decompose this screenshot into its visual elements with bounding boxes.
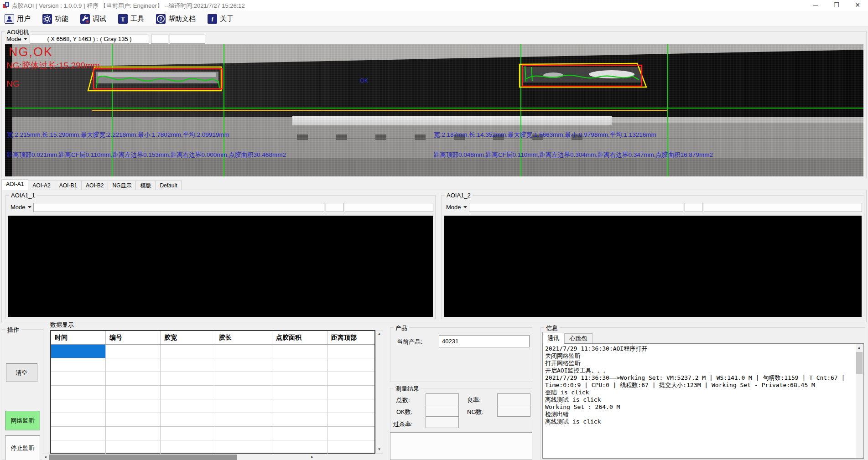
table-row[interactable] — [51, 413, 374, 427]
stop-listen-button[interactable]: 停止监听 — [5, 435, 40, 460]
column-header-distance-top[interactable]: 距离顶部 — [327, 331, 374, 344]
table-row[interactable] — [51, 345, 374, 358]
table-cell[interactable] — [51, 413, 106, 427]
log-vertical-scrollbar[interactable]: ▲ — [856, 344, 863, 459]
camera-field-3[interactable] — [170, 35, 205, 44]
column-header-time[interactable]: 时间 — [51, 331, 106, 344]
panel-left-field-1[interactable] — [33, 203, 324, 212]
tab-template[interactable]: 模版 — [136, 181, 156, 190]
table-cell[interactable] — [272, 413, 327, 427]
panel-left-field-3[interactable] — [345, 203, 433, 212]
table-cell[interactable] — [272, 399, 327, 413]
tab-heartbeat[interactable]: 心跳包 — [564, 333, 593, 344]
table-cell[interactable] — [327, 427, 374, 440]
table-cell[interactable] — [272, 372, 327, 386]
panel-right-field-1[interactable] — [469, 203, 683, 212]
table-cell[interactable] — [327, 399, 374, 413]
panel-right-mode-dropdown[interactable]: Mode — [444, 203, 469, 212]
table-row[interactable] — [51, 399, 374, 413]
column-header-id[interactable]: 编号 — [106, 331, 161, 344]
table-cell[interactable] — [51, 358, 106, 372]
minimize-icon[interactable]: ─ — [805, 0, 826, 11]
table-cell[interactable] — [161, 440, 215, 454]
table-row[interactable] — [51, 372, 374, 386]
tab-aoi-b2[interactable]: AOI-B2 — [82, 181, 108, 190]
panel-right-image-canvas[interactable] — [444, 216, 862, 317]
tab-aoi-b1[interactable]: AOI-B1 — [55, 181, 82, 190]
table-cell[interactable] — [51, 386, 106, 399]
tab-communication[interactable]: 通讯 — [542, 332, 564, 344]
table-horizontal-scrollbar[interactable]: ◄ ► — [42, 454, 316, 460]
table-cell[interactable] — [327, 440, 374, 454]
table-cell[interactable] — [272, 427, 327, 440]
network-listen-button[interactable]: 网络监听 — [5, 411, 40, 430]
toolbar-item-tools[interactable]: T 工具 — [118, 14, 144, 24]
current-product-input[interactable]: 40231 — [439, 335, 530, 347]
table-cell[interactable] — [327, 358, 374, 372]
table-cell[interactable] — [51, 427, 106, 440]
table-cell[interactable] — [215, 372, 272, 386]
table-cell[interactable] — [272, 386, 327, 399]
tab-aoi-a2[interactable]: AOI-A2 — [28, 181, 55, 190]
toolbar-item-help[interactable]: ? 帮助文档 — [156, 14, 196, 24]
table-cell[interactable] — [215, 386, 272, 399]
table-row[interactable] — [51, 358, 374, 372]
table-cell[interactable] — [161, 427, 215, 440]
table-cell[interactable] — [327, 413, 374, 427]
table-cell[interactable] — [106, 413, 161, 427]
panel-right-field-2[interactable] — [685, 203, 702, 212]
table-cell[interactable] — [106, 440, 161, 454]
panel-left-image-canvas[interactable] — [8, 216, 433, 317]
table-cell[interactable] — [106, 345, 161, 358]
table-row[interactable] — [51, 440, 374, 454]
table-cell-selected[interactable] — [51, 345, 106, 358]
scroll-left-icon[interactable]: ◄ — [42, 454, 49, 460]
table-cell[interactable] — [327, 372, 374, 386]
table-cell[interactable] — [327, 386, 374, 399]
table-row[interactable] — [51, 386, 374, 399]
table-cell[interactable] — [106, 399, 161, 413]
table-cell[interactable] — [51, 372, 106, 386]
clear-button[interactable]: 清空 — [6, 363, 37, 382]
hscroll-thumb[interactable] — [49, 455, 237, 460]
table-cell[interactable] — [161, 345, 215, 358]
scroll-down-icon[interactable]: ▼ — [376, 446, 383, 453]
scroll-up-icon[interactable]: ▲ — [376, 331, 383, 338]
camera-field-2[interactable] — [151, 35, 168, 44]
toolbar-item-about[interactable]: i 关于 — [208, 14, 234, 24]
table-cell[interactable] — [161, 399, 215, 413]
table-cell[interactable] — [215, 413, 272, 427]
table-cell[interactable] — [215, 345, 272, 358]
table-cell[interactable] — [272, 358, 327, 372]
tab-ng-display[interactable]: NG显示 — [108, 181, 136, 190]
log-scroll-thumb[interactable] — [856, 352, 863, 374]
close-icon[interactable]: ✕ — [847, 0, 868, 11]
table-cell[interactable] — [215, 427, 272, 440]
column-header-glue-width[interactable]: 胶宽 — [161, 331, 215, 344]
tab-aoi-a1[interactable]: AOI-A1 — [1, 179, 28, 190]
panel-right-field-3[interactable] — [704, 203, 862, 212]
table-cell[interactable] — [161, 413, 215, 427]
tab-default[interactable]: Default — [156, 181, 182, 190]
communication-log[interactable]: 2021/7/29 11:36:30:AOI程序打开 关闭网络监听 打开网络监听… — [542, 343, 864, 459]
maximize-icon[interactable]: ❐ — [826, 0, 847, 11]
table-vertical-scrollbar[interactable]: ▲ ▼ — [375, 330, 383, 454]
table-cell[interactable] — [161, 386, 215, 399]
table-cell[interactable] — [215, 358, 272, 372]
table-cell[interactable] — [161, 358, 215, 372]
camera-viewport[interactable]: NG,OK NG:胶体过长:15.290mm, NG OK 宽:2.215mm,… — [5, 44, 863, 176]
table-cell[interactable] — [106, 358, 161, 372]
toolbar-item-user[interactable]: 用户 — [5, 14, 31, 24]
table-cell[interactable] — [272, 345, 327, 358]
table-cell[interactable] — [215, 399, 272, 413]
column-header-glue-area[interactable]: 点胶面积 — [272, 331, 327, 344]
table-cell[interactable] — [51, 440, 106, 454]
table-cell[interactable] — [106, 372, 161, 386]
table-cell[interactable] — [51, 399, 106, 413]
camera-mode-dropdown[interactable]: Mode — [5, 35, 29, 43]
panel-left-mode-dropdown[interactable]: Mode — [9, 203, 33, 212]
column-header-glue-length[interactable]: 胶长 — [215, 331, 272, 344]
table-cell[interactable] — [272, 440, 327, 454]
table-cell[interactable] — [106, 386, 161, 399]
table-cell[interactable] — [215, 440, 272, 454]
